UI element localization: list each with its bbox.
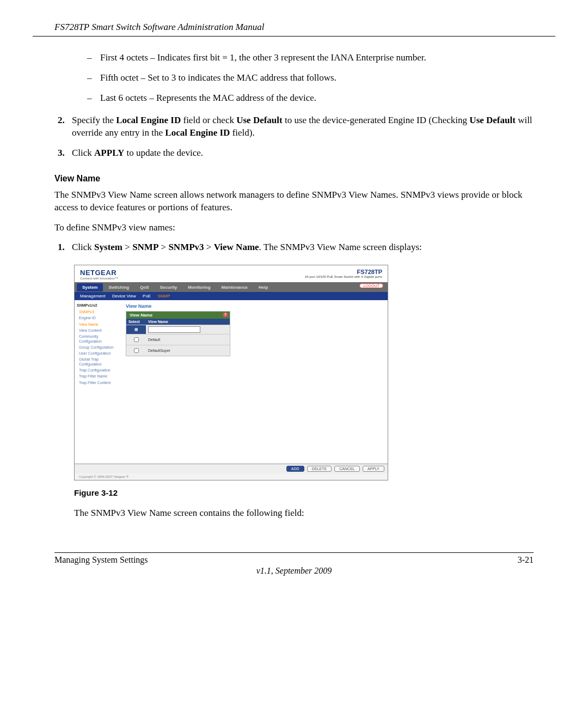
step-item: 3. Click APPLY to update the device. (58, 147, 534, 160)
sidebar-item-engine-id[interactable]: Engine ID (79, 315, 119, 320)
view-name-table: Select View Name ▦ Default (126, 319, 230, 356)
tab-qos[interactable]: QoS (134, 283, 154, 291)
footer-version: v1.1, September 2009 (54, 566, 534, 576)
dash-icon: – (87, 52, 100, 64)
footer-right: 3-21 (518, 555, 534, 565)
row-value: DefaultSuper (146, 345, 230, 356)
step-number: 1. (58, 241, 72, 254)
subtab-poe[interactable]: PoE (143, 294, 151, 299)
sidebar-item-trap-config[interactable]: Trap Configuration (79, 368, 119, 373)
screenshot-panel: NETGEAR Connect with Innovation™ FS728TP… (74, 265, 388, 480)
sidebar-item-trap-filter-content[interactable]: Trap Filter Content (79, 380, 119, 385)
help-icon[interactable]: ? (223, 312, 228, 318)
dash-text: Last 6 octets – Represents the MAC addre… (100, 92, 316, 105)
numbered-list-a: 2. Specify the Local Engine ID field or … (58, 114, 534, 160)
table-row: DefaultSuper (126, 345, 230, 356)
tab-system[interactable]: System (77, 283, 103, 291)
select-all-icon[interactable]: ▦ (134, 327, 138, 331)
col-view-name: View Name (146, 319, 230, 325)
add-button[interactable]: ADD (286, 466, 304, 472)
screenshot-body: SNMPv1/v2 SNMPv3 Engine ID View Name Vie… (75, 300, 388, 464)
sidebar-item-trap-filter-name[interactable]: Trap Filter Name (79, 374, 119, 379)
sidebar-item-global-trap[interactable]: Global Trap Configuration (79, 357, 119, 367)
sidebar-item-view-content[interactable]: View Content (79, 328, 119, 333)
brand-block: NETGEAR Connect with Innovation™ (80, 269, 118, 280)
page-content: –First 4 octets – Indicates first bit = … (33, 52, 555, 520)
step-number: 3. (58, 147, 72, 160)
step-text: Click System > SNMP > SNMPv3 > View Name… (72, 241, 422, 254)
step-text: Click APPLY to update the device. (72, 147, 203, 160)
view-name-input[interactable] (148, 326, 200, 333)
product-block: FS728TP 24-port 10/100 PoE Smart Switch … (305, 269, 382, 278)
panel-title: View Name (126, 303, 383, 309)
sidebar-item-snmpv3[interactable]: SNMPv3 (79, 309, 119, 314)
logout-button[interactable]: LOGOUT (359, 283, 383, 288)
dash-item: –Last 6 octets – Represents the MAC addr… (87, 92, 534, 105)
sidebar-item-user[interactable]: User Configuration (79, 351, 119, 356)
row-value: Default (146, 334, 230, 345)
table-row-input: ▦ (126, 325, 230, 334)
row-checkbox[interactable] (134, 348, 139, 353)
copyright-text: Copyright © 1996-2007 Netgear ® (75, 473, 388, 480)
step-number: 2. (58, 114, 72, 139)
page-header: FS728TP Smart Switch Software Administra… (33, 22, 555, 36)
product-desc: 24-port 10/100 PoE Smart Switch with 4 G… (305, 275, 382, 278)
sidebar-group: SNMPv1/v2 (77, 303, 119, 307)
tab-monitoring[interactable]: Monitoring (182, 283, 216, 291)
step-item: 2. Specify the Local Engine ID field or … (58, 114, 534, 139)
section-heading: View Name (54, 174, 534, 184)
dash-text: First 4 octets – Indicates first bit = 1… (100, 52, 426, 64)
tab-help[interactable]: Help (253, 283, 273, 291)
panel: View Name ? Select View Name ▦ (126, 311, 230, 356)
sidebar: SNMPv1/v2 SNMPv3 Engine ID View Name Vie… (75, 300, 121, 464)
header-title: FS728TP Smart Switch Software Administra… (54, 22, 265, 32)
subtab-snmp[interactable]: SNMP (157, 294, 170, 299)
delete-button[interactable]: DELETE (307, 466, 332, 472)
screenshot-topbar: NETGEAR Connect with Innovation™ FS728TP… (75, 265, 388, 282)
tab-security[interactable]: Security (155, 283, 183, 291)
footer-left: Managing System Settings (54, 555, 148, 565)
row-checkbox[interactable] (134, 337, 139, 342)
table-header-row: Select View Name (126, 319, 230, 325)
sub-tabs: Management Device View PoE SNMP (75, 292, 388, 300)
product-model: FS728TP (305, 269, 382, 275)
col-select: Select (126, 319, 146, 325)
panel-header: View Name ? (126, 312, 230, 319)
dash-item: –Fifth octet – Set to 3 to indicates the… (87, 72, 534, 84)
dash-icon: – (87, 72, 100, 84)
dash-text: Fifth octet – Set to 3 to indicates the … (100, 72, 336, 84)
sidebar-item-view-name[interactable]: View Name (79, 322, 119, 327)
main-panel: View Name View Name ? Select View Name ▦ (121, 300, 388, 464)
step-item: 1. Click System > SNMP > SNMPv3 > View N… (58, 241, 534, 254)
paragraph: The SNMPv3 View Name screen allows netwo… (54, 189, 534, 214)
numbered-list-b: 1. Click System > SNMP > SNMPv3 > View N… (58, 241, 534, 254)
subtab-device-view[interactable]: Device View (112, 294, 136, 299)
cancel-button[interactable]: CANCEL (334, 466, 359, 472)
main-tabs: System Switching QoS Security Monitoring… (75, 282, 388, 292)
sidebar-item-group[interactable]: Group Configuration (79, 345, 119, 350)
dash-list: –First 4 octets – Indicates first bit = … (87, 52, 534, 105)
dash-item: –First 4 octets – Indicates first bit = … (87, 52, 534, 64)
paragraph: The SNMPv3 View Name screen contains the… (74, 507, 534, 520)
tab-switching[interactable]: Switching (103, 283, 134, 291)
footer-rule (54, 552, 534, 553)
page-footer: Managing System Settings 3-21 v1.1, Sept… (33, 552, 555, 576)
apply-button[interactable]: APPLY (363, 466, 384, 472)
netgear-logo: NETGEAR (80, 269, 118, 277)
figure-caption: Figure 3-12 (74, 488, 534, 497)
step-text: Specify the Local Engine ID field or che… (72, 114, 534, 139)
sidebar-item-community[interactable]: Community Configuration (79, 334, 119, 344)
brand-tagline: Connect with Innovation™ (80, 277, 118, 280)
table-row: Default (126, 334, 230, 345)
tab-maintenance[interactable]: Maintenance (216, 283, 253, 291)
button-bar: ADD DELETE CANCEL APPLY (75, 464, 388, 473)
dash-icon: – (87, 92, 100, 105)
paragraph: To define SNMPv3 view names: (54, 222, 534, 234)
subtab-management[interactable]: Management (80, 294, 106, 299)
